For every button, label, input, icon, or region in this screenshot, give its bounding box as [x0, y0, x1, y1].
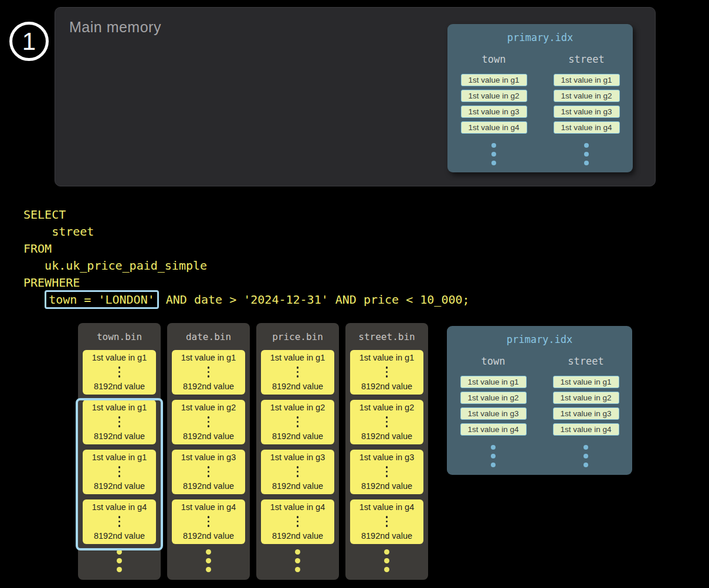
index-column-street: street 1st value in g1 1st value in g2 1…: [540, 345, 632, 471]
index-mark-chip: 1st value in g1: [461, 74, 527, 86]
sql-rest: AND date > '2024-12-31' AND price < 10_0…: [159, 293, 470, 307]
granule-block: 1st value in g2 8192nd value: [350, 400, 423, 444]
bin-column-town: town.bin 1st value in g1 8192nd value 1s…: [78, 323, 161, 580]
granule-last-value: 8192nd value: [361, 481, 412, 491]
column-header-town: town: [482, 53, 506, 65]
granule-first-value: 1st value in g3: [270, 453, 325, 462]
granule-first-value: 1st value in g2: [270, 403, 325, 412]
granule-first-value: 1st value in g4: [270, 502, 325, 512]
index-mark-chip: 1st value in g3: [460, 407, 527, 420]
index-mark-chip: 1st value in g3: [553, 407, 619, 420]
granule-ellipsis: [118, 415, 121, 429]
granule-ellipsis: [386, 365, 388, 379]
granule-block: 1st value in g3 8192nd value: [350, 450, 423, 494]
sql-line: street: [23, 223, 470, 240]
granule-first-value: 1st value in g2: [359, 403, 415, 412]
granule-ellipsis: [118, 515, 121, 528]
index-mark-chip: 1st value in g1: [553, 376, 619, 388]
granule-first-value: 1st value in g1: [181, 353, 236, 362]
granule-first-value: 1st value in g4: [359, 502, 415, 512]
granule-block: 1st value in g4 8192nd value: [261, 499, 334, 544]
granule-block: 1st value in g3 8192nd value: [172, 450, 245, 494]
index-column-town: town 1st value in g1 1st value in g2 1st…: [447, 345, 540, 471]
granule-last-value: 8192nd value: [183, 431, 234, 441]
sql-query: SELECT street FROM uk.uk_price_paid_simp…: [23, 206, 470, 308]
sql-line: PREWHERE: [23, 274, 470, 291]
granule-block: 1st value in g1 8192nd value: [83, 450, 156, 494]
index-mark-chip: 1st value in g4: [460, 423, 527, 436]
primary-idx-panel-memory: primary.idx town 1st value in g1 1st val…: [447, 24, 633, 172]
granule-last-value: 8192nd value: [183, 531, 234, 541]
granule-last-value: 8192nd value: [183, 481, 234, 491]
granule-ellipsis: [297, 465, 299, 478]
granule-last-value: 8192nd value: [272, 382, 323, 391]
bin-column-street: street.bin 1st value in g1 8192nd value …: [345, 323, 428, 580]
index-mark-chip: 1st value in g1: [554, 74, 620, 86]
index-ellipsis-dots: [584, 143, 589, 169]
granule-ellipsis: [297, 415, 299, 429]
granule-first-value: 1st value in g1: [92, 353, 147, 362]
granule-ellipsis: [208, 515, 210, 528]
index-mark-chip: 1st value in g2: [553, 392, 619, 404]
step-number: 1: [22, 29, 36, 54]
bin-header: price.bin: [256, 323, 339, 350]
granule-last-value: 8192nd value: [361, 431, 412, 441]
granule-block: 1st value in g2 8192nd value: [172, 400, 245, 444]
prewhere-highlight-box: town = 'LONDON': [45, 290, 159, 309]
primary-idx-panel-disk: primary.idx town 1st value in g1 1st val…: [447, 326, 632, 475]
granule-first-value: 1st value in g1: [92, 453, 147, 462]
granule-ellipsis: [386, 515, 388, 528]
granule-last-value: 8192nd value: [183, 382, 234, 391]
granule-last-value: 8192nd value: [272, 531, 323, 541]
granule-last-value: 8192nd value: [94, 531, 145, 541]
granule-ellipsis: [297, 365, 299, 379]
index-mark-chip: 1st value in g2: [461, 90, 527, 102]
index-mark-chip: 1st value in g2: [460, 392, 527, 404]
main-memory-title: Main memory: [69, 19, 161, 36]
granule-ellipsis: [118, 465, 121, 478]
index-mark-chip: 1st value in g4: [554, 121, 620, 134]
sql-line: FROM: [23, 240, 470, 257]
granule-block: 1st value in g4 8192nd value: [172, 499, 245, 544]
index-mark-chip: 1st value in g4: [461, 121, 527, 134]
granule-block: 1st value in g1 8192nd value: [261, 350, 334, 395]
granule-first-value: 1st value in g1: [92, 403, 147, 412]
sql-line: uk.uk_price_paid_simple: [23, 257, 470, 274]
column-header-street: street: [568, 355, 603, 367]
sql-line-prewhere-condition: town = 'LONDON' AND date > '2024-12-31' …: [23, 291, 470, 308]
granule-block: 1st value in g2 8192nd value: [261, 400, 334, 444]
granule-block: 1st value in g4 8192nd value: [83, 499, 156, 544]
granule-first-value: 1st value in g1: [359, 353, 415, 362]
index-ellipsis-dots: [491, 143, 496, 169]
granule-last-value: 8192nd value: [272, 431, 323, 441]
index-mark-chip: 1st value in g3: [461, 106, 527, 118]
index-column-street: street 1st value in g1 1st value in g2 1…: [540, 43, 633, 169]
sql-indent: [23, 293, 45, 307]
index-mark-chip: 1st value in g4: [553, 423, 619, 436]
bin-ellipsis-dots: [345, 549, 428, 576]
granule-last-value: 8192nd value: [94, 431, 145, 441]
granule-first-value: 1st value in g3: [359, 453, 415, 462]
bin-header: town.bin: [78, 323, 161, 350]
granule-block: 1st value in g1 8192nd value: [83, 350, 156, 395]
index-ellipsis-dots: [491, 445, 496, 471]
bin-header: street.bin: [345, 323, 428, 350]
granule-last-value: 8192nd value: [361, 531, 412, 541]
granule-last-value: 8192nd value: [94, 481, 145, 491]
bin-ellipsis-dots: [78, 549, 161, 576]
index-column-town: town 1st value in g1 1st value in g2 1st…: [447, 43, 540, 169]
column-header-town: town: [481, 355, 506, 367]
step-number-badge: 1: [9, 22, 49, 61]
granule-last-value: 8192nd value: [361, 382, 412, 391]
granule-block: 1st value in g1 8192nd value: [172, 350, 245, 395]
diagram-canvas: 1 Main memory primary.idx town 1st value…: [0, 0, 709, 588]
granule-ellipsis: [297, 515, 299, 528]
column-header-street: street: [568, 53, 604, 65]
bin-ellipsis-dots: [167, 549, 250, 576]
granule-ellipsis: [386, 465, 388, 478]
granule-block: 1st value in g3 8192nd value: [261, 450, 334, 494]
index-mark-chip: 1st value in g2: [554, 90, 620, 102]
granule-last-value: 8192nd value: [272, 481, 323, 491]
granule-ellipsis: [208, 415, 210, 429]
bin-ellipsis-dots: [256, 549, 339, 576]
